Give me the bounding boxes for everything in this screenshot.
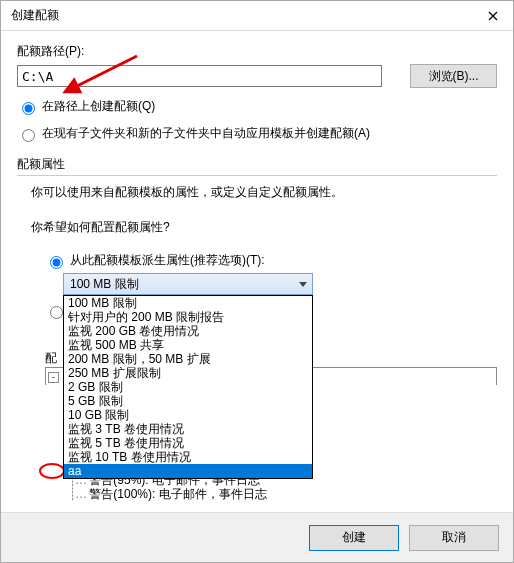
template-option[interactable]: 监视 500 MB 共享	[64, 338, 312, 352]
close-icon	[488, 11, 498, 21]
configure-question: 你希望如何配置配额属性?	[17, 219, 497, 236]
template-option[interactable]: 监视 10 TB 卷使用情况	[64, 450, 312, 464]
template-dropdown[interactable]: 100 MB 限制	[63, 273, 313, 295]
dialog-content: 配额路径(P): 浏览(B)... 在路径上创建配额(Q) 在现有子文件夹和新的…	[1, 31, 513, 510]
from-template-label: 从此配额模板派生属性(推荐选项)(T):	[70, 252, 265, 269]
quota-path-label: 配额路径(P):	[17, 43, 497, 60]
cancel-button[interactable]: 取消	[409, 525, 499, 551]
browse-button[interactable]: 浏览(B)...	[410, 64, 497, 88]
template-option[interactable]: aa	[64, 464, 312, 478]
tree-collapse-icon[interactable]: -	[48, 372, 59, 383]
template-option[interactable]: 监视 5 TB 卷使用情况	[64, 436, 312, 450]
divider	[17, 175, 497, 176]
template-option[interactable]: 250 MB 扩展限制	[64, 366, 312, 380]
dialog-window: 创建配额 配额路径(P): 浏览(B)... 在路径上创建配额(Q) 在现有子文…	[0, 0, 514, 563]
quota-props-desc: 你可以使用来自配额模板的属性，或定义自定义配额属性。	[17, 184, 497, 201]
create-button[interactable]: 创建	[309, 525, 399, 551]
template-option[interactable]: 监视 3 TB 卷使用情况	[64, 422, 312, 436]
window-title: 创建配额	[11, 7, 59, 24]
quota-path-input[interactable]	[17, 65, 382, 87]
auto-apply-radio[interactable]	[22, 129, 35, 142]
template-option[interactable]: 10 GB 限制	[64, 408, 312, 422]
template-option[interactable]: 针对用户的 200 MB 限制报告	[64, 310, 312, 324]
from-template-radio[interactable]	[50, 256, 63, 269]
template-option[interactable]: 100 MB 限制	[64, 296, 312, 310]
auto-apply-option[interactable]: 在现有子文件夹和新的子文件夹中自动应用模板并创建配额(A)	[17, 125, 497, 142]
from-template-option[interactable]: 从此配额模板派生属性(推荐选项)(T):	[45, 252, 497, 269]
create-on-path-radio[interactable]	[22, 102, 35, 115]
dialog-footer: 创建 取消	[1, 512, 513, 562]
template-option[interactable]: 2 GB 限制	[64, 380, 312, 394]
window-close-button[interactable]	[473, 1, 513, 31]
template-option[interactable]: 200 MB 限制，50 MB 扩展	[64, 352, 312, 366]
template-selected-value: 100 MB 限制	[70, 276, 139, 293]
custom-props-radio[interactable]	[50, 306, 63, 319]
auto-apply-label: 在现有子文件夹和新的子文件夹中自动应用模板并创建配额(A)	[42, 125, 370, 142]
quota-props-legend: 配额属性	[17, 156, 497, 173]
template-dropdown-list[interactable]: 100 MB 限制针对用户的 200 MB 限制报告监视 200 GB 卷使用情…	[63, 295, 313, 479]
create-on-path-label: 在路径上创建配额(Q)	[42, 98, 155, 115]
chevron-down-icon	[294, 274, 312, 294]
template-option[interactable]: 5 GB 限制	[64, 394, 312, 408]
titlebar: 创建配额	[1, 1, 513, 31]
template-option[interactable]: 监视 200 GB 卷使用情况	[64, 324, 312, 338]
create-on-path-option[interactable]: 在路径上创建配额(Q)	[17, 98, 497, 115]
